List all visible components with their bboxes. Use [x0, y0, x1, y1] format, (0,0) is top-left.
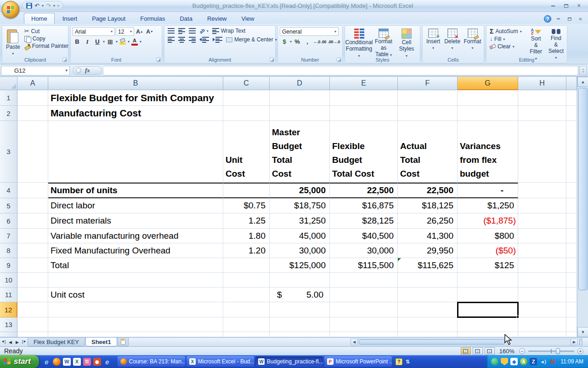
- cell-A1[interactable]: [17, 90, 48, 106]
- cell-H4[interactable]: [518, 183, 566, 198]
- shrink-font-button[interactable]: A▼: [145, 27, 154, 36]
- zoom-in-button[interactable]: +: [577, 348, 583, 354]
- cell-H6[interactable]: [518, 213, 566, 229]
- horizontal-scroll-thumb[interactable]: [359, 339, 505, 345]
- tab-view[interactable]: View: [235, 13, 261, 24]
- cell-D13[interactable]: [270, 317, 330, 332]
- cell-A6[interactable]: [17, 213, 48, 229]
- row-header-11[interactable]: 11: [0, 288, 17, 302]
- orientation-button[interactable]: ab▾: [198, 28, 210, 34]
- cell-A3[interactable]: [17, 121, 48, 183]
- delete-cells-button[interactable]: × Delete▾: [443, 27, 462, 52]
- minimize-icon[interactable]: [548, 2, 558, 9]
- cell-G6[interactable]: ($1,875): [458, 213, 518, 229]
- cell-B8[interactable]: Fixed Manufacturing Overhead: [48, 243, 223, 258]
- column-header-G[interactable]: G: [458, 77, 518, 90]
- insert-function-button[interactable]: fx: [73, 66, 102, 75]
- cell-D12[interactable]: [270, 302, 330, 317]
- cell-H7[interactable]: [518, 229, 566, 243]
- cell-C5[interactable]: $0.75: [223, 198, 270, 213]
- cell-D[interactable]: [270, 332, 330, 337]
- cell-A10[interactable]: [17, 273, 48, 288]
- cell-C8[interactable]: 1.20: [223, 243, 270, 258]
- cell-C3[interactable]: Unit Cost: [223, 121, 270, 183]
- cell-B4[interactable]: Number of units: [48, 183, 223, 198]
- cell-stub13[interactable]: [566, 317, 577, 332]
- paste-button[interactable]: Paste ▾: [4, 27, 22, 57]
- tab-review[interactable]: Review: [200, 13, 234, 24]
- accounting-format-button[interactable]: $: [280, 37, 289, 46]
- tab-page-layout[interactable]: Page Layout: [85, 13, 132, 24]
- cell-E7[interactable]: $40,500: [330, 229, 398, 243]
- align-left-button[interactable]: [166, 36, 176, 43]
- format-painter-button[interactable]: Format Painter: [23, 42, 70, 50]
- redo-icon[interactable]: ↷: [46, 3, 51, 9]
- page-break-view-button[interactable]: [485, 347, 495, 355]
- cell-stub3[interactable]: [566, 121, 577, 183]
- cell-D3[interactable]: Master Budget Total Cost: [270, 121, 330, 183]
- undo-icon[interactable]: ↶: [34, 3, 40, 9]
- conditional-formatting-button[interactable]: ConditionalFormatting ▾: [347, 27, 371, 60]
- undo-dropdown-arrow[interactable]: ▾: [42, 4, 44, 8]
- cell-A9[interactable]: [17, 258, 48, 273]
- cell-C6[interactable]: 1.25: [223, 213, 270, 229]
- merge-center-button[interactable]: Merge & Center▾: [225, 36, 278, 43]
- cell-A8[interactable]: [17, 243, 48, 258]
- grow-font-button[interactable]: A▲: [135, 27, 144, 36]
- cell-B9[interactable]: Total: [48, 258, 223, 273]
- updates-icon[interactable]: ⇅: [404, 358, 411, 365]
- cell-E13[interactable]: [330, 317, 398, 332]
- quick-launch-excel-icon[interactable]: X: [73, 358, 81, 366]
- cell-A13[interactable]: [17, 317, 48, 332]
- quick-launch-mail-icon[interactable]: ◉: [93, 358, 101, 366]
- name-box[interactable]: G12 ▾: [1, 66, 70, 75]
- scroll-right-icon[interactable]: ▶: [571, 339, 578, 345]
- quick-launch-ie-icon[interactable]: e: [43, 358, 51, 366]
- column-header-B[interactable]: B: [48, 77, 223, 90]
- cell-E11[interactable]: [330, 288, 398, 302]
- cell-stub2[interactable]: [566, 106, 577, 121]
- column-header-C[interactable]: C: [223, 77, 270, 90]
- scroll-left-icon[interactable]: ◀: [351, 339, 358, 345]
- align-middle-button[interactable]: [177, 28, 187, 34]
- row-header-stub[interactable]: [0, 332, 17, 337]
- tab-home[interactable]: Home: [24, 13, 55, 24]
- zoom-slider[interactable]: [528, 351, 574, 352]
- cell-H8[interactable]: [518, 243, 566, 258]
- cell-D8[interactable]: 30,000: [270, 243, 330, 258]
- cell-D11[interactable]: $5.00: [270, 288, 330, 302]
- font-size-select[interactable]: 12▾: [116, 27, 134, 36]
- zoom-out-button[interactable]: −: [519, 348, 525, 354]
- align-bottom-button[interactable]: [187, 28, 197, 34]
- previous-sheet-icon[interactable]: ◀: [7, 338, 14, 346]
- help-notification-icon[interactable]: ?: [396, 358, 402, 365]
- row-header-9[interactable]: 9: [0, 258, 17, 273]
- format-cells-button[interactable]: Format▾: [463, 27, 482, 52]
- row-header-7[interactable]: 7: [0, 229, 17, 243]
- decrease-indent-button[interactable]: [198, 36, 210, 43]
- column-header-A[interactable]: A: [17, 77, 48, 90]
- cell-E3[interactable]: Flexible Budget Total Cost: [330, 121, 398, 183]
- cell-G12[interactable]: [458, 302, 518, 317]
- cell-F5[interactable]: $18,125: [398, 198, 458, 213]
- cell-F12[interactable]: [398, 302, 458, 317]
- scroll-down-icon[interactable]: ▼: [577, 327, 588, 337]
- accounting-dropdown-arrow[interactable]: ▾: [290, 40, 292, 44]
- cell-H10[interactable]: [518, 273, 566, 288]
- cell-B11[interactable]: Unit cost: [48, 288, 223, 302]
- cell-H9[interactable]: [518, 258, 566, 273]
- cell-G1[interactable]: [458, 90, 518, 106]
- cell-B12[interactable]: [48, 302, 223, 317]
- row-header-10[interactable]: 10: [0, 273, 17, 288]
- font-dialog-launcher[interactable]: [156, 58, 161, 62]
- cell-G8[interactable]: ($50): [458, 243, 518, 258]
- cell-D7[interactable]: 45,000: [270, 229, 330, 243]
- cell-C9[interactable]: [223, 258, 270, 273]
- cell-C7[interactable]: 1.80: [223, 229, 270, 243]
- cut-button[interactable]: ✂Cut: [23, 27, 70, 35]
- zoom-level[interactable]: 160%: [499, 348, 514, 355]
- cell-F1[interactable]: [398, 90, 458, 106]
- office-button[interactable]: [2, 1, 19, 18]
- cell-B6[interactable]: Direct materials: [48, 213, 223, 229]
- row-header-12[interactable]: 12: [0, 302, 17, 317]
